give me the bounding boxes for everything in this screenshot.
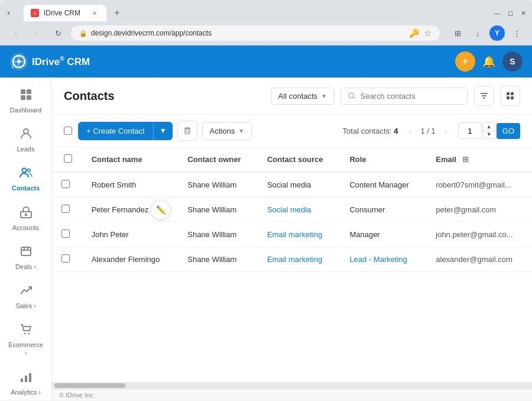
row-role: Consumer — [340, 198, 426, 222]
create-contact-dropdown[interactable]: ▼ — [153, 122, 173, 140]
row-contact-name: John Peter — [82, 222, 179, 247]
page-up-button[interactable]: ▲ — [484, 123, 495, 131]
contacts-table: Contact name Contact owner Contact sourc… — [52, 147, 532, 382]
total-contacts-text: Total contacts: 4 — [343, 127, 398, 135]
sidebar-label-deals: Deals › — [15, 263, 36, 271]
row-role: Manager — [340, 222, 426, 247]
table-row: John Peter Shane William Email marketing… — [52, 222, 532, 247]
row-checkbox-2[interactable] — [61, 229, 70, 238]
sidebar-item-deals[interactable]: Deals › — [5, 239, 47, 277]
svg-point-9 — [24, 129, 28, 134]
all-contacts-filter[interactable]: All contacts ▼ — [271, 88, 335, 105]
svg-point-10 — [22, 169, 26, 173]
actions-button[interactable]: Actions ▼ — [202, 122, 252, 140]
contact-name-text: Peter Fernandez — [92, 205, 149, 214]
header-checkbox[interactable] — [64, 154, 72, 163]
sidebar-item-contacts[interactable]: Contacts — [5, 160, 47, 198]
svg-rect-34 — [185, 129, 190, 134]
new-tab-button[interactable]: + — [109, 5, 125, 21]
email-text: robert07smit@gmail... — [436, 180, 511, 189]
create-contact-button[interactable]: + Create Contact — [78, 122, 153, 140]
active-tab[interactable]: i IDrive CRM ✕ — [24, 5, 106, 21]
page-number-input[interactable] — [458, 122, 482, 139]
leads-icon — [20, 127, 33, 143]
view-toggle-button[interactable] — [500, 86, 520, 106]
horizontal-scrollbar[interactable] — [52, 382, 532, 389]
scrollbar-thumb[interactable] — [54, 383, 125, 388]
owner-text: Shane William — [187, 255, 236, 264]
sidebar-item-leads[interactable]: Leads — [5, 121, 47, 159]
go-button[interactable]: GO — [497, 123, 520, 139]
total-contacts-label: Total contacts: — [343, 127, 392, 135]
analytics-icon — [20, 370, 33, 386]
svg-point-19 — [28, 333, 30, 335]
search-input[interactable] — [360, 92, 460, 101]
row-email: john.peter@gmail.co... — [426, 222, 532, 247]
page-info: 1 / 1 — [421, 127, 436, 135]
header-checkbox-cell — [52, 147, 82, 172]
row-email: robert07smit@gmail... — [426, 172, 532, 198]
search-box[interactable] — [340, 88, 468, 105]
row-source: Email marketing — [258, 222, 340, 247]
close-button[interactable]: ✕ — [519, 9, 527, 17]
minimize-button[interactable]: — — [493, 9, 501, 17]
address-bar[interactable]: 🔒 design.devidrivecrm.com/app/contacts 🔑… — [71, 25, 440, 41]
role-text: Content Manager — [349, 180, 408, 189]
tab-close-button[interactable]: ✕ — [90, 8, 99, 18]
back-button[interactable]: ‹ — [7, 25, 24, 41]
row-checkbox-3[interactable] — [61, 254, 70, 263]
column-settings-icon[interactable]: ⊞ — [462, 155, 469, 164]
email-text: john.peter@gmail.co... — [436, 230, 512, 239]
notifications-button[interactable]: 🔔 — [482, 55, 495, 68]
extensions-button[interactable]: ⊞ — [449, 25, 466, 41]
page-stepper: ▲ ▼ — [483, 122, 495, 139]
sidebar-item-dashboard[interactable]: Dashboard — [5, 82, 47, 120]
star-icon[interactable]: ☆ — [424, 28, 432, 38]
prev-page-button[interactable]: ‹ — [403, 123, 419, 138]
next-page-button[interactable]: › — [438, 123, 453, 138]
row-email: peter@gmail.com — [426, 198, 532, 222]
row-checkbox-1[interactable] — [61, 205, 70, 213]
sidebar-item-analytics[interactable]: Analytics › — [5, 364, 47, 401]
forward-button[interactable]: › — [28, 25, 45, 41]
page-down-button[interactable]: ▼ — [484, 131, 495, 139]
email-text: alexander@gmail.com — [436, 255, 512, 264]
edit-button[interactable]: ✏️ — [151, 200, 171, 220]
row-email: alexander@gmail.com — [426, 247, 532, 272]
row-role: Lead - Marketing — [340, 247, 426, 272]
header-role: Role — [340, 147, 426, 172]
row-source: Social media — [258, 172, 340, 198]
menu-button[interactable]: ⋮ — [508, 25, 525, 41]
refresh-button[interactable]: ↻ — [50, 25, 66, 41]
dashboard-icon — [20, 88, 33, 104]
delete-button[interactable] — [177, 121, 197, 141]
add-button[interactable]: + — [455, 51, 475, 72]
toolbar-right: Total contacts: 4 ‹ 1 / 1 › — [343, 122, 520, 139]
filter-button[interactable] — [474, 86, 494, 106]
browser-toolbar-right: ⊞ ↓ Y ⋮ — [449, 25, 525, 41]
downloads-button[interactable]: ↓ — [469, 25, 486, 41]
select-all-checkbox[interactable] — [64, 127, 72, 135]
sidebar-item-ecommerce[interactable]: Ecommerce › — [5, 317, 47, 363]
svg-rect-31 — [511, 92, 514, 95]
contact-name-text: John Peter — [92, 230, 129, 239]
svg-rect-30 — [507, 92, 510, 95]
grid-view-icon — [505, 91, 515, 101]
row-checkbox-0[interactable] — [61, 180, 70, 188]
nav-prev-icon[interactable] — [5, 9, 12, 17]
row-source: Social media — [258, 198, 340, 222]
sidebar-label-dashboard: Dashboard — [10, 106, 42, 114]
table-row: Peter Fernandez ✏️ Shane William Social … — [52, 198, 532, 222]
row-checkbox-cell — [52, 247, 82, 272]
row-owner: Shane William — [178, 198, 258, 222]
row-contact-name: Robert Smith — [82, 172, 179, 198]
address-bar-row: ‹ › ↻ 🔒 design.devidrivecrm.com/app/cont… — [0, 21, 532, 46]
sidebar-item-accounts[interactable]: Accounts — [5, 200, 47, 238]
logo-text: IDrive® CRM — [32, 56, 90, 68]
user-avatar[interactable]: S — [502, 51, 523, 72]
svg-marker-0 — [7, 11, 9, 15]
restore-button[interactable]: ◻ — [506, 9, 514, 17]
contact-name-text: Robert Smith — [92, 180, 137, 189]
profile-button[interactable]: Y — [489, 25, 505, 41]
sidebar-item-sales[interactable]: Sales › — [5, 278, 47, 316]
